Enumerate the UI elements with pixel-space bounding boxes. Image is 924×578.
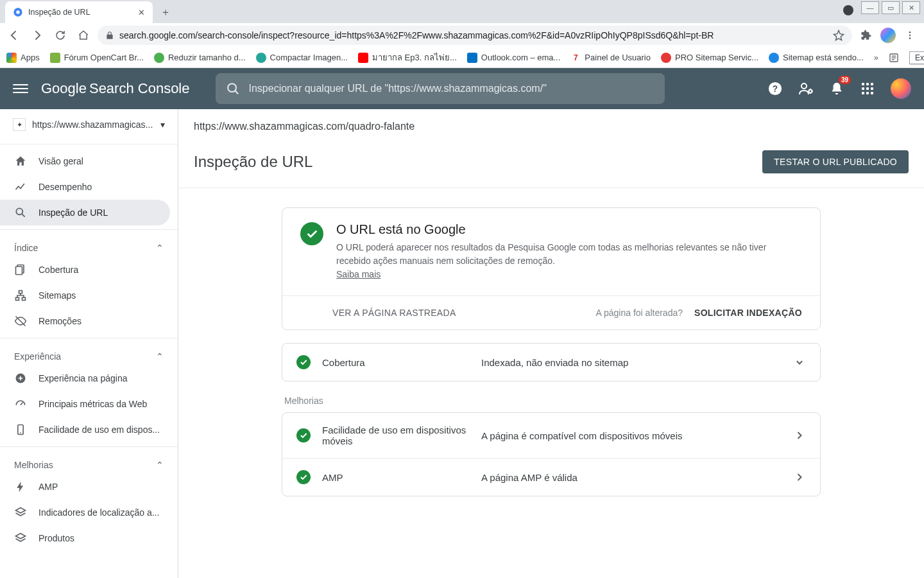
google-apps-button[interactable] <box>860 81 875 96</box>
app-header: Google Search Console Inspecionar qualqu… <box>0 68 924 109</box>
hamburger-menu-button[interactable] <box>13 81 28 96</box>
app-logo[interactable]: Google Search Console <box>41 80 190 97</box>
sidebar-section-enhancements[interactable]: Melhorias⌃ <box>0 451 178 474</box>
learn-more-link[interactable]: Saiba mais <box>336 269 381 279</box>
inspected-url: https://www.shazammagicas.com/quadro-fal… <box>178 109 924 144</box>
search-icon <box>14 206 27 219</box>
url-bar[interactable]: search.google.com/search-console/inspect… <box>98 26 852 45</box>
user-settings-button[interactable] <box>798 81 814 96</box>
status-title: O URL está no Google <box>336 222 802 237</box>
bookmark-item[interactable]: 7Painel de Usuario <box>570 53 651 63</box>
lock-icon <box>105 31 114 40</box>
home-button[interactable] <box>74 26 92 44</box>
mobile-usability-label: Facilidade de uso em dispositivos móveis <box>322 425 470 446</box>
mobile-usability-row[interactable]: Facilidade de uso em dispositivos móveis… <box>282 413 820 458</box>
sidebar-section-experience[interactable]: Experiência⌃ <box>0 342 178 365</box>
close-icon[interactable]: ✕ <box>138 8 145 17</box>
back-button[interactable] <box>5 26 23 44</box>
svg-text:?: ? <box>773 84 778 94</box>
sidebar-item-coverage[interactable]: Cobertura <box>0 257 178 283</box>
bookmark-label: Painel de Usuario <box>585 53 651 62</box>
extensions-icon[interactable] <box>857 26 875 44</box>
svg-point-2 <box>909 31 911 33</box>
bookmark-item[interactable]: Reduzir tamanho d... <box>154 53 246 63</box>
search-icon <box>226 82 240 96</box>
extensions-tooltip: Extensões <box>909 51 924 64</box>
request-indexing-button[interactable]: SOLICITAR INDEXAÇÃO <box>694 308 802 318</box>
check-icon <box>296 355 311 369</box>
sidebar-item-page-experience[interactable]: Experiência na página <box>0 365 178 391</box>
svg-point-9 <box>228 83 236 92</box>
check-icon <box>300 222 323 245</box>
chevron-down-icon <box>793 356 806 369</box>
window-close-button[interactable]: ✕ <box>902 1 920 14</box>
property-icon: ✦ <box>13 118 26 131</box>
tab-strip: Inspeção de URL ✕ ＋ — ▭ ✕ <box>0 0 924 23</box>
bookmark-item[interactable]: Sitemap está sendo... <box>769 53 864 63</box>
bookmark-item[interactable]: Outlook.com – ema... <box>467 53 561 63</box>
circle-plus-icon <box>14 372 27 385</box>
bookmark-item[interactable]: PRO Sitemap Servic... <box>661 53 758 63</box>
profile-indicator-icon[interactable] <box>843 5 853 15</box>
account-avatar[interactable] <box>891 78 911 99</box>
bookmark-label: Fórum OpenCart Br... <box>64 53 144 62</box>
bookmark-label: Outlook.com – ema... <box>481 53 561 62</box>
help-button[interactable]: ? <box>767 81 783 96</box>
test-live-url-button[interactable]: TESTAR O URL PUBLICADO <box>762 150 909 173</box>
window-minimize-button[interactable]: — <box>861 1 879 14</box>
reload-button[interactable] <box>51 26 69 44</box>
sidebar-item-label: Cobertura <box>38 265 78 275</box>
sidebar-item-mobile-usability[interactable]: Facilidade de uso em dispos... <box>0 417 178 442</box>
sidebar-item-url-inspection[interactable]: Inspeção de URL <box>0 200 170 225</box>
coverage-row[interactable]: Cobertura Indexada, não enviada no sitem… <box>282 344 820 381</box>
property-selector[interactable]: ✦ https://www.shazammagicas... ▾ <box>0 109 178 140</box>
sidebar-item-breadcrumbs[interactable]: Indicadores de localização a... <box>0 500 178 525</box>
sidebar-item-amp[interactable]: AMP <box>0 474 178 500</box>
profile-avatar[interactable] <box>880 28 896 43</box>
chevron-up-icon: ⌃ <box>156 460 164 470</box>
bookmarks-overflow[interactable]: » <box>874 53 878 62</box>
sidebar-item-label: Visão geral <box>38 156 83 166</box>
browser-menu-button[interactable] <box>901 26 919 44</box>
sidebar-item-label: Inspeção de URL <box>38 207 108 218</box>
bookmark-item[interactable]: Fórum OpenCart Br... <box>50 53 144 63</box>
sidebar-item-products[interactable]: Produtos <box>0 525 178 551</box>
chart-icon <box>14 180 27 193</box>
view-crawled-page-button[interactable]: VER A PÁGINA RASTREADA <box>332 308 456 318</box>
sidebar-item-removals[interactable]: Remoções <box>0 308 178 334</box>
sidebar-item-overview[interactable]: Visão geral <box>0 148 178 174</box>
svg-rect-18 <box>16 267 22 275</box>
bookmark-item[interactable]: มายากล Ep3. กลไพ่ย... <box>358 51 457 64</box>
svg-rect-21 <box>22 297 26 300</box>
pages-icon <box>14 263 27 276</box>
browser-tab[interactable]: Inspeção de URL ✕ <box>5 1 153 23</box>
home-icon <box>14 155 27 168</box>
bookmark-apps[interactable]: Apps <box>6 53 40 63</box>
chevron-down-icon: ▾ <box>160 119 165 130</box>
bookmarks-bar: Apps Fórum OpenCart Br... Reduzir tamanh… <box>0 48 924 68</box>
sidebar-item-sitemaps[interactable]: Sitemaps <box>0 283 178 308</box>
sidebar-item-label: Facilidade de uso em dispos... <box>38 425 160 435</box>
window-maximize-button[interactable]: ▭ <box>882 1 900 14</box>
sidebar-item-performance[interactable]: Desempenho <box>0 174 178 200</box>
bookmark-label: Apps <box>21 53 40 62</box>
notifications-button[interactable]: 39 <box>829 81 844 96</box>
svg-point-4 <box>909 37 911 39</box>
phone-icon <box>14 423 27 436</box>
bookmark-label: Sitemap está sendo... <box>783 53 864 62</box>
star-icon[interactable] <box>833 30 844 41</box>
sidebar-item-core-web-vitals[interactable]: Principais métricas da Web <box>0 391 178 417</box>
amp-row[interactable]: AMP A página AMP é válida <box>282 458 820 496</box>
svg-point-1 <box>16 10 19 13</box>
forward-button[interactable] <box>28 26 46 44</box>
url-inspect-search[interactable]: Inspecionar qualquer URL de "https://www… <box>216 73 665 104</box>
new-tab-button[interactable]: ＋ <box>157 3 175 21</box>
bookmark-item[interactable]: Compactar Imagen... <box>256 53 348 63</box>
svg-line-10 <box>235 91 238 94</box>
reading-list-icon[interactable] <box>889 53 899 63</box>
sidebar-item-label: Principais métricas da Web <box>38 399 147 409</box>
svg-line-24 <box>21 403 22 405</box>
coverage-label: Cobertura <box>322 357 470 368</box>
url-text: search.google.com/search-console/inspect… <box>119 30 828 40</box>
sidebar-section-index[interactable]: Índice⌃ <box>0 234 178 257</box>
